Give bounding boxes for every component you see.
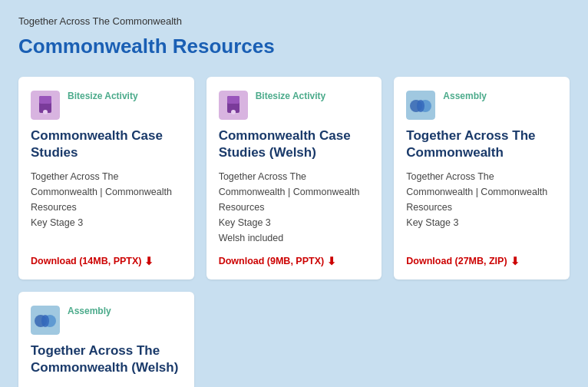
card-download-link[interactable]: Download (27MB, ZIP) ⬇ — [406, 255, 557, 267]
card-header: Bitesize Activity — [219, 91, 370, 120]
card-header: Bitesize Activity — [31, 91, 182, 120]
svg-rect-6 — [227, 96, 239, 104]
card-category: Assembly — [443, 91, 487, 101]
card-title: Commonwealth Case Studies — [31, 127, 182, 161]
card-card-1: Bitesize Activity Commonwealth Case Stud… — [18, 77, 194, 280]
card-meta: Together Across The Commonwealth | Commo… — [406, 169, 557, 246]
card-category: Bitesize Activity — [68, 91, 138, 101]
card-card-3: Assembly Together Across The Commonwealt… — [394, 77, 570, 280]
cards-grid: Bitesize Activity Commonwealth Case Stud… — [18, 77, 570, 387]
card-category: Assembly — [68, 306, 111, 316]
svg-rect-2 — [39, 96, 51, 104]
card-download-link[interactable]: Download (14MB, PPTX) ⬇ — [31, 255, 182, 267]
card-title: Together Across The Commonwealth (Welsh) — [31, 342, 182, 376]
svg-point-15 — [41, 315, 49, 327]
download-icon: ⬇ — [144, 255, 154, 267]
card-card-4: Assembly Together Across The Commonwealt… — [18, 292, 194, 387]
card-icon-bitesize — [219, 91, 248, 120]
card-download-link[interactable]: Download (9MB, PPTX) ⬇ — [219, 255, 370, 267]
card-meta: Together Across The Commonwealth | Commo… — [31, 169, 182, 246]
card-header: Assembly — [406, 91, 557, 120]
download-icon: ⬇ — [510, 255, 520, 267]
breadcrumb: Together Across The Commonwealth — [18, 15, 570, 27]
card-category: Bitesize Activity — [256, 91, 326, 101]
card-card-2: Bitesize Activity Commonwealth Case Stud… — [206, 77, 382, 280]
download-icon: ⬇ — [327, 255, 336, 267]
svg-point-11 — [417, 100, 424, 112]
card-meta: Together Across The Commonwealth | Commo… — [219, 169, 370, 246]
svg-point-3 — [43, 110, 48, 114]
card-title: Together Across The Commonwealth — [406, 127, 557, 161]
card-icon-assembly — [406, 91, 435, 120]
page-title: Commonwealth Resources — [18, 35, 570, 58]
svg-point-7 — [231, 110, 236, 114]
card-icon-assembly — [31, 306, 60, 335]
card-meta: Together Across The Commonwealth | Commo… — [31, 384, 182, 387]
card-header: Assembly — [31, 306, 182, 335]
card-icon-bitesize — [31, 91, 60, 120]
card-title: Commonwealth Case Studies (Welsh) — [219, 127, 370, 161]
